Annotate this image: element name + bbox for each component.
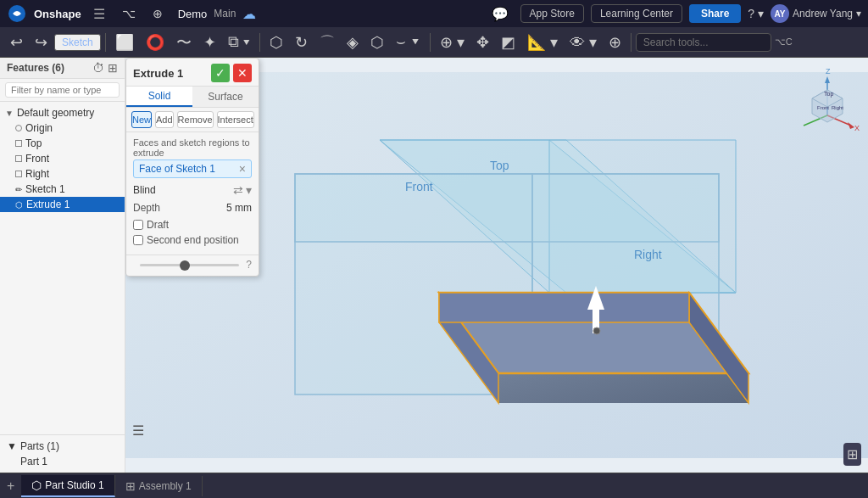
- add-tab-button[interactable]: +: [0, 475, 21, 497]
- user-menu[interactable]: AY Andrew Yang ▾: [771, 4, 861, 23]
- plane-button[interactable]: ◩: [496, 30, 520, 55]
- add-icon[interactable]: ⊕: [147, 3, 168, 24]
- svg-text:Right: Right: [634, 248, 662, 261]
- boolean-button[interactable]: ⊕ ▾: [435, 30, 470, 55]
- sidebar-history-icon[interactable]: ⏱: [92, 61, 104, 75]
- tab-assembly[interactable]: ⊞ Assembly 1: [115, 476, 203, 496]
- extrude-cancel-button[interactable]: ✕: [233, 64, 252, 82]
- chat-button[interactable]: 💬: [487, 3, 514, 25]
- svg-point-18: [593, 327, 600, 334]
- op-remove-button[interactable]: Remove: [177, 111, 214, 128]
- branch-icon[interactable]: ⌥: [117, 3, 141, 24]
- part-studio-icon: ⬡: [31, 478, 42, 492]
- slider-track[interactable]: [140, 264, 239, 266]
- loft-button[interactable]: ◈: [342, 30, 364, 55]
- revolve-button[interactable]: ↻: [290, 30, 313, 55]
- sketch-button[interactable]: Sketch: [54, 34, 101, 51]
- face-chip-remove[interactable]: ×: [239, 162, 246, 176]
- shell-button[interactable]: ⬡: [365, 30, 389, 55]
- top-icon: [15, 140, 22, 147]
- divider-2: [259, 33, 260, 52]
- extrude-tab-solid[interactable]: Solid: [126, 87, 192, 107]
- default-geometry-header[interactable]: ▼ Default geometry: [0, 105, 125, 120]
- context-menu-button[interactable]: ⊞: [843, 443, 861, 466]
- pattern-button[interactable]: ⧉ ▾: [223, 30, 255, 54]
- extrude-panel: Extrude 1 ✓ ✕ Solid Surface New Add Remo…: [125, 58, 259, 277]
- op-new-button[interactable]: New: [131, 111, 152, 128]
- right-icon: [15, 171, 22, 177]
- extrude-tab-surface[interactable]: Surface: [192, 87, 259, 107]
- svg-text:Z: Z: [826, 67, 831, 76]
- right-label: Right: [25, 168, 49, 180]
- op-add-button[interactable]: Add: [155, 111, 174, 128]
- undo-button[interactable]: ↩: [5, 30, 28, 55]
- divider-1: [105, 33, 106, 52]
- fillet-button[interactable]: ⌣ ▾: [391, 30, 426, 54]
- canvas-area[interactable]: Front Top Right Extrude 1 ✓ ✕: [125, 58, 868, 473]
- sidebar-filter-icon[interactable]: ⊞: [108, 61, 118, 75]
- user-name: Andrew Yang: [793, 8, 853, 20]
- transform-button[interactable]: ✥: [471, 30, 494, 55]
- tab-part-studio[interactable]: ⬡ Part Studio 1: [21, 475, 114, 497]
- blind-row: Blind ⇄ ▾: [133, 183, 252, 197]
- app-logo: [7, 3, 27, 24]
- hamburger-menu[interactable]: ☰: [88, 3, 110, 25]
- parts-section: ▼ Parts (1) Part 1: [7, 439, 118, 469]
- help-icon[interactable]: ?: [246, 259, 252, 271]
- view-cube[interactable]: Z X Top Front Right: [793, 64, 861, 132]
- measure-button[interactable]: 📐 ▾: [522, 30, 563, 55]
- sidebar-tree: ▼ Default geometry Origin Top Front: [0, 102, 125, 434]
- svg-text:Top: Top: [824, 91, 833, 98]
- extrude1-label: Extrude 1: [26, 199, 70, 210]
- sweep-button[interactable]: ⌒: [314, 29, 340, 56]
- extrude-body: Faces and sketch regions to extrude Face…: [126, 132, 259, 255]
- filter-input[interactable]: [5, 82, 120, 98]
- front-label: Front: [25, 153, 49, 165]
- help-button[interactable]: ? ▾: [748, 7, 764, 20]
- front-item[interactable]: Front: [0, 151, 125, 166]
- draft-checkbox[interactable]: [133, 220, 143, 230]
- second-end-checkbox-row: Second end position: [133, 234, 252, 246]
- spline-button[interactable]: 〜: [171, 29, 197, 56]
- extrude1-item[interactable]: ⬡ Extrude 1: [0, 197, 125, 212]
- view-button[interactable]: 👁 ▾: [565, 30, 602, 55]
- op-intersect-button[interactable]: Intersect: [217, 111, 254, 128]
- extrude-button[interactable]: ⬡: [264, 30, 288, 55]
- filter-box: [0, 79, 125, 102]
- extrude-actions: ✓ ✕: [211, 64, 252, 82]
- parts-header[interactable]: ▼ Parts (1): [7, 439, 118, 454]
- flip-direction-button[interactable]: ⇄: [233, 183, 243, 197]
- depth-value[interactable]: 5 mm: [226, 202, 252, 214]
- search-tools-input[interactable]: [636, 33, 771, 52]
- point-button[interactable]: ✦: [198, 30, 221, 55]
- svg-text:Top: Top: [490, 159, 509, 172]
- share-button[interactable]: Share: [689, 4, 741, 23]
- part-studio-label: Part Studio 1: [45, 479, 103, 491]
- main-area: Features (6) ⏱ ⊞ ▼ Default geometry Orig…: [0, 58, 868, 473]
- learning-center-button[interactable]: Learning Center: [591, 4, 682, 23]
- face-chip: Face of Sketch 1 ×: [133, 159, 252, 178]
- new-part-button[interactable]: ⬜: [110, 30, 139, 55]
- right-item[interactable]: Right: [0, 166, 125, 182]
- more-button[interactable]: ⊕: [604, 30, 626, 55]
- divider-4: [631, 33, 632, 52]
- nav-list-icon[interactable]: ☰: [132, 422, 144, 439]
- circle-button[interactable]: ⭕: [141, 30, 170, 55]
- default-geometry-section: ▼ Default geometry Origin Top Front: [0, 105, 125, 182]
- extrude-title: Extrude 1: [133, 67, 183, 80]
- sidebar-icons: ⏱ ⊞: [92, 61, 118, 75]
- origin-item[interactable]: Origin: [0, 120, 125, 136]
- appstore-button[interactable]: App Store: [520, 4, 584, 23]
- assembly-icon: ⊞: [125, 479, 136, 493]
- avatar: AY: [771, 4, 789, 23]
- sketch-icon: ✏: [15, 185, 22, 194]
- part1-item[interactable]: Part 1: [7, 454, 118, 469]
- draft-checkbox-row: Draft: [133, 219, 252, 231]
- blind-settings-button[interactable]: ▾: [246, 183, 252, 197]
- slider-thumb[interactable]: [180, 260, 190, 271]
- top-item[interactable]: Top: [0, 136, 125, 151]
- extrude-confirm-button[interactable]: ✓: [211, 64, 230, 82]
- redo-button[interactable]: ↪: [30, 30, 53, 55]
- second-end-checkbox[interactable]: [133, 235, 143, 245]
- sketch1-item[interactable]: ✏ Sketch 1: [0, 182, 125, 197]
